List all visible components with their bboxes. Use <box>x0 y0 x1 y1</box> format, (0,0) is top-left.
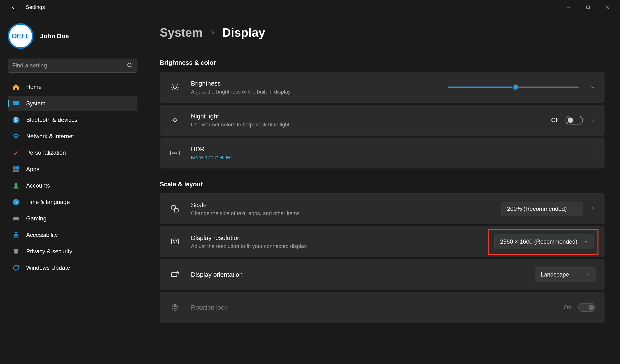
row-subtitle: Change the size of text, apps, and other… <box>191 210 501 217</box>
apps-icon <box>12 165 20 173</box>
row-title: HDR <box>191 146 590 153</box>
minimize-button[interactable] <box>559 1 578 13</box>
resolution-icon <box>169 237 181 246</box>
sidebar-item-home[interactable]: Home <box>8 79 138 95</box>
titlebar: Settings <box>0 0 620 15</box>
svg-rect-37 <box>171 273 177 277</box>
orientation-icon <box>169 270 181 279</box>
row-subtitle: Use warmer colors to help block blue lig… <box>191 122 551 128</box>
rotation-lock-toggle <box>578 303 596 312</box>
accessibility-icon <box>12 231 20 239</box>
update-icon <box>12 264 20 272</box>
chevron-down-icon[interactable] <box>590 84 596 90</box>
row-orientation[interactable]: Display orientation Landscape <box>160 259 604 290</box>
chevron-down-icon <box>573 206 577 211</box>
brightness-icon <box>169 83 181 92</box>
night-light-toggle[interactable] <box>566 116 583 124</box>
svg-text:HDR: HDR <box>172 152 178 155</box>
row-title: Display orientation <box>191 271 535 278</box>
hdr-icon: HDR <box>169 150 181 156</box>
person-icon <box>12 182 20 189</box>
profile-block[interactable]: DELL John Doe <box>8 17 138 58</box>
sidebar-item-label: Gaming <box>26 215 46 222</box>
row-resolution[interactable]: Display resolution Adjust the resolution… <box>160 226 604 257</box>
chevron-right-icon[interactable] <box>590 206 596 211</box>
row-title: Display resolution <box>191 234 490 242</box>
svg-point-4 <box>127 63 131 67</box>
chevron-right-icon[interactable] <box>590 117 596 123</box>
svg-rect-12 <box>13 169 16 172</box>
sidebar: DELL John Doe Home <box>0 15 145 364</box>
svg-rect-1 <box>587 6 589 9</box>
sidebar-item-apps[interactable]: Apps <box>8 161 138 177</box>
sidebar-item-privacy[interactable]: Privacy & security <box>8 244 138 259</box>
breadcrumb: System Display <box>160 26 604 40</box>
svg-rect-35 <box>171 239 179 244</box>
row-title: Night light <box>191 113 551 120</box>
sidebar-item-system[interactable]: System <box>8 96 138 111</box>
maximize-icon <box>586 5 590 9</box>
section-title-brightness: Brightness & color <box>160 59 604 66</box>
brightness-slider[interactable] <box>448 87 579 88</box>
sidebar-item-windows-update[interactable]: Windows Update <box>8 260 138 276</box>
rotation-lock-icon <box>169 303 181 312</box>
sidebar-item-accessibility[interactable]: Accessibility <box>8 227 138 243</box>
svg-line-23 <box>177 89 178 90</box>
sidebar-item-accounts[interactable]: Accounts <box>8 178 138 193</box>
sidebar-item-personalization[interactable]: Personalization <box>8 145 138 160</box>
search-box[interactable] <box>8 58 138 73</box>
sidebar-item-label: Privacy & security <box>26 248 72 255</box>
close-button[interactable] <box>598 1 617 13</box>
svg-point-26 <box>173 119 176 122</box>
orientation-dropdown[interactable]: Landscape <box>535 267 596 282</box>
row-brightness[interactable]: Brightness Adjust the brightness of the … <box>160 72 604 103</box>
wifi-icon <box>12 132 20 140</box>
svg-point-9 <box>16 138 16 139</box>
gamepad-icon <box>12 215 20 222</box>
search-input[interactable] <box>12 62 127 69</box>
sidebar-item-label: Network & internet <box>26 133 74 140</box>
svg-point-17 <box>173 86 176 89</box>
brightness-slider-wrap <box>448 87 579 88</box>
hdr-more-link[interactable]: More about HDR <box>191 154 590 161</box>
chevron-right-icon[interactable] <box>590 150 596 156</box>
resolution-dropdown[interactable]: 2560 × 1600 (Recommended) <box>495 234 594 249</box>
sidebar-item-gaming[interactable]: Gaming <box>8 211 138 226</box>
window-controls <box>559 1 617 13</box>
row-title: Scale <box>191 201 501 209</box>
sidebar-item-label: System <box>26 100 46 107</box>
dropdown-value: 2560 × 1600 (Recommended) <box>500 238 577 245</box>
svg-point-16 <box>15 232 17 233</box>
night-light-state: Off <box>551 117 559 124</box>
paintbrush-icon <box>12 149 20 157</box>
maximize-button[interactable] <box>578 1 598 13</box>
row-subtitle: Adjust the brightness of the built-in di… <box>191 89 448 95</box>
scale-dropdown[interactable]: 200% (Recommended) <box>501 202 583 216</box>
svg-line-25 <box>177 85 178 85</box>
sidebar-item-label: Accessibility <box>26 232 58 238</box>
rotation-lock-state: On <box>564 304 571 311</box>
sidebar-item-label: Personalization <box>26 149 66 156</box>
arrow-left-icon <box>10 4 17 10</box>
svg-rect-11 <box>16 166 19 169</box>
sidebar-item-label: Windows Update <box>26 264 70 271</box>
row-subtitle: Adjust the resolution to fit your connec… <box>191 243 490 249</box>
dropdown-value: 200% (Recommended) <box>507 205 567 212</box>
breadcrumb-parent[interactable]: System <box>160 26 203 40</box>
sidebar-item-time-language[interactable]: Time & language <box>8 194 138 210</box>
sidebar-item-bluetooth[interactable]: Bluetooth & devices <box>8 112 138 128</box>
sidebar-item-network[interactable]: Network & internet <box>8 129 138 144</box>
row-title: Brightness <box>191 80 448 87</box>
svg-rect-7 <box>15 106 17 106</box>
svg-rect-38 <box>174 307 176 309</box>
row-scale[interactable]: Scale Change the size of text, apps, and… <box>160 193 604 224</box>
home-icon <box>12 83 20 91</box>
back-button[interactable] <box>9 2 18 12</box>
svg-rect-36 <box>173 240 177 242</box>
row-night-light[interactable]: Night light Use warmer colors to help bl… <box>160 105 604 136</box>
sidebar-item-label: Bluetooth & devices <box>26 116 78 123</box>
svg-line-24 <box>172 89 173 90</box>
sidebar-item-label: Home <box>26 84 42 90</box>
row-hdr[interactable]: HDR HDR More about HDR <box>160 138 604 168</box>
svg-line-22 <box>172 85 173 85</box>
